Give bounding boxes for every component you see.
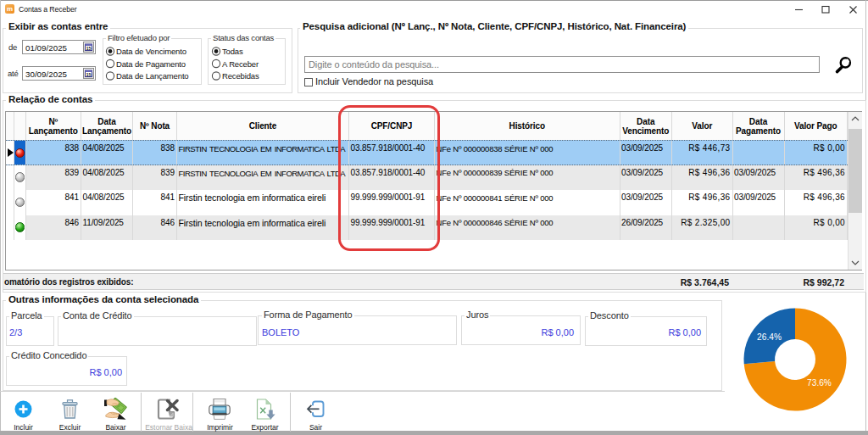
svg-text:26.4%: 26.4%: [757, 332, 782, 342]
svg-text:73.6%: 73.6%: [807, 378, 832, 388]
svg-text:15: 15: [86, 46, 91, 51]
svg-text:15: 15: [86, 72, 91, 77]
